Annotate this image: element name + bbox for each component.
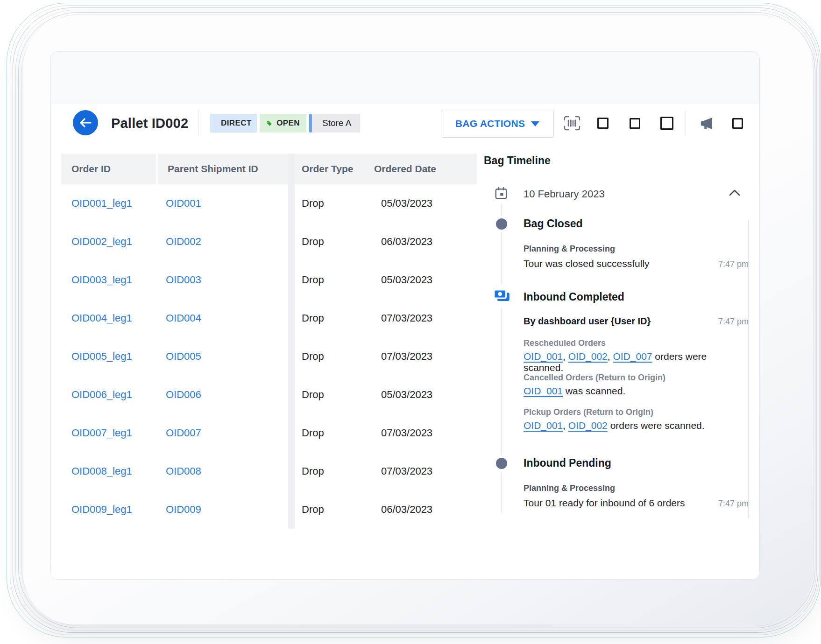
parent-shipment-link[interactable]: OID007: [166, 427, 201, 439]
column-header-ordered-date: Ordered Date: [374, 163, 436, 175]
order-type-cell: Drop: [295, 350, 374, 363]
ordered-date-cell: 05/03/2023: [374, 389, 467, 401]
header-divider: [198, 110, 198, 136]
order-id-link[interactable]: OID008_leg1: [71, 465, 132, 477]
order-id-link[interactable]: OID007_leg1: [71, 427, 132, 439]
group-text: orders were scanned.: [608, 420, 705, 431]
store-badge-label: Store A: [322, 118, 351, 128]
table-row: OID006_leg1 OID006 Drop 05/03/2023: [61, 376, 477, 414]
group-text: ,: [608, 351, 613, 362]
order-link[interactable]: OID_002: [568, 351, 608, 362]
group-text: ,: [563, 351, 568, 362]
column-header-order-id: Order ID: [61, 154, 156, 184]
timeline-entry-byline: By dashboard user {User ID}: [524, 316, 651, 327]
order-link[interactable]: OID_002: [568, 420, 608, 431]
order-type-cell: Drop: [295, 236, 374, 248]
placeholder-square-icon[interactable]: [732, 118, 743, 129]
placeholder-square-icon[interactable]: [630, 118, 640, 129]
parent-shipment-link[interactable]: OID002: [166, 236, 201, 247]
ordered-date-cell: 06/03/2023: [374, 236, 467, 248]
order-id-link[interactable]: OID005_leg1: [71, 350, 132, 362]
order-id-link[interactable]: OID006_leg1: [71, 389, 132, 400]
order-id-link[interactable]: OID001_leg1: [71, 197, 132, 209]
table-row: OID009_leg1 OID009 Drop 06/03/2023: [61, 490, 477, 529]
group-text: ,: [563, 420, 568, 431]
timeline-entry-title: Inbound Completed: [524, 290, 624, 304]
timeline-title: Bag Timeline: [484, 154, 749, 167]
group-line: OID_001, OID_002 orders were scanned.: [524, 420, 705, 431]
tablet-mockup: Pallet ID002 DIRECT OPEN Store A BAG ACT…: [0, 0, 821, 644]
calendar-icon: [493, 185, 510, 201]
order-type-cell: Drop: [295, 197, 374, 210]
column-header-group: Order Type Ordered Date: [295, 154, 477, 184]
megaphone-icon[interactable]: [699, 117, 714, 130]
table-row: OID005_leg1 OID005 Drop 07/03/2023: [61, 337, 477, 376]
toolbar-divider: [686, 111, 686, 135]
column-header-parent-shipment-id: Parent Shipment ID: [158, 154, 288, 184]
timeline-entry-title: Bag Closed: [524, 217, 583, 231]
parent-shipment-link[interactable]: OID004: [166, 312, 201, 324]
parent-shipment-link[interactable]: OID008: [166, 465, 201, 477]
parent-shipment-link[interactable]: OID003: [166, 274, 201, 286]
order-link[interactable]: OID_001: [524, 351, 563, 362]
order-type-cell: Drop: [295, 274, 374, 286]
bag-actions-label: BAG ACTIONS: [455, 118, 525, 129]
ordered-date-cell: 07/03/2023: [374, 350, 467, 363]
order-type-cell: Drop: [295, 312, 374, 324]
order-id-link[interactable]: OID003_leg1: [71, 274, 132, 286]
group-line: OID_001 was scanned.: [524, 385, 625, 397]
table-column-gap: [288, 154, 295, 529]
group-line: OID_001, OID_002, OID_007 orders were sc…: [524, 351, 749, 373]
order-id-link[interactable]: OID002_leg1: [71, 236, 132, 247]
ordered-date-cell: 07/03/2023: [374, 465, 467, 477]
table-row: OID004_leg1 OID004 Drop 07/03/2023: [61, 299, 477, 337]
table-row: OID002_leg1 OID002 Drop 06/03/2023: [61, 223, 477, 261]
content-card: Pallet ID002 DIRECT OPEN Store A BAG ACT…: [50, 51, 760, 580]
direct-badge-label: DIRECT: [221, 119, 252, 128]
tag-icon: [266, 119, 272, 128]
bag-actions-button[interactable]: BAG ACTIONS: [441, 110, 554, 138]
timeline-entry-title: Inbound Pending: [524, 456, 611, 470]
timeline-entry-subtitle: Planning & Processing: [524, 244, 615, 254]
parent-shipment-link[interactable]: OID006: [166, 389, 201, 400]
timeline-node-dot: [496, 458, 507, 469]
table-row: OID001_leg1 OID001 Drop 05/03/2023: [61, 184, 477, 223]
placeholder-square-icon[interactable]: [660, 117, 673, 130]
ordered-date-cell: 05/03/2023: [374, 274, 467, 286]
group-label: Pickup Orders (Return to Origin): [524, 407, 653, 417]
order-link[interactable]: OID_001: [524, 385, 563, 396]
inbound-scan-icon: [491, 287, 512, 305]
order-id-link[interactable]: OID004_leg1: [71, 312, 132, 324]
timeline-entry-time: 7:47 pm: [718, 317, 749, 327]
group-label: Rescheduled Orders: [524, 338, 606, 348]
order-type-cell: Drop: [295, 427, 374, 439]
direct-badge: DIRECT: [210, 114, 257, 133]
timeline-entry-time: 7:47 pm: [718, 499, 749, 509]
barcode-scan-icon[interactable]: [564, 115, 580, 131]
order-type-cell: Drop: [295, 389, 374, 401]
order-link[interactable]: OID_007: [613, 351, 652, 362]
timeline-node-dot: [496, 218, 507, 230]
chevron-up-icon[interactable]: [729, 189, 740, 198]
bag-timeline-panel: Bag Timeline 10 February 2023 Bag Closed: [484, 154, 749, 528]
parent-shipment-link[interactable]: OID009: [166, 504, 201, 515]
parent-shipment-link[interactable]: OID005: [166, 350, 201, 362]
order-id-link[interactable]: OID009_leg1: [71, 504, 132, 515]
order-link[interactable]: OID_001: [524, 420, 563, 431]
ordered-date-cell: 06/03/2023: [374, 504, 467, 516]
table-header-row: Order ID Parent Shipment ID Order Type O…: [61, 154, 477, 184]
table-row: OID008_leg1 OID008 Drop 07/03/2023: [61, 452, 477, 490]
back-button[interactable]: [73, 110, 98, 135]
group-text: was scanned.: [563, 385, 625, 396]
page-title: Pallet ID002: [111, 116, 188, 131]
store-badge-bar: [309, 114, 312, 133]
parent-shipment-link[interactable]: OID001: [166, 197, 201, 209]
timeline-entry-time: 7:47 pm: [718, 259, 749, 269]
arrow-left-icon: [79, 118, 92, 128]
table-row: OID007_leg1 OID007 Drop 07/03/2023: [61, 414, 477, 452]
ordered-date-cell: 07/03/2023: [374, 427, 467, 439]
orders-table: Order ID Parent Shipment ID Order Type O…: [61, 154, 477, 529]
timeline-date: 10 February 2023: [524, 187, 605, 201]
placeholder-square-icon[interactable]: [597, 118, 609, 129]
timeline-entry-message: Tour 01 ready for inbound of 6 orders: [524, 497, 685, 509]
